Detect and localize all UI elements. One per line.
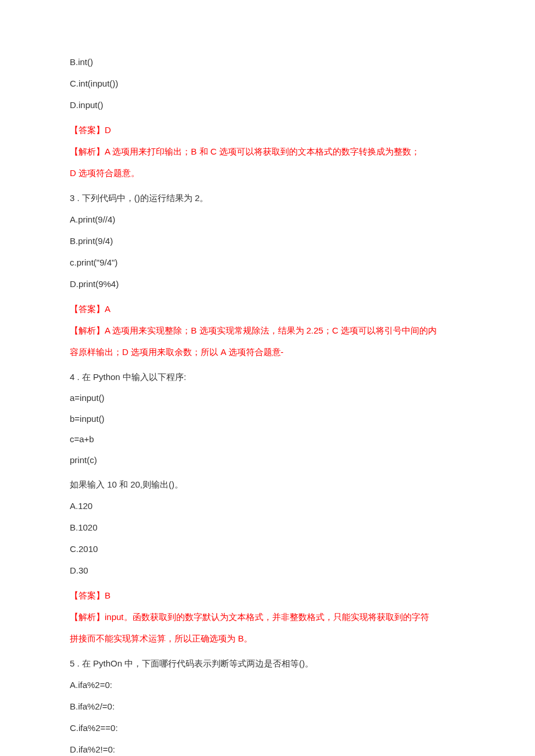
q5-option-d: D.ifa%2!=0: [70, 740, 465, 756]
q2-explanation-line1: 【解析】A 选项用来打印输出；B 和 C 选项可以将获取到的文本格式的数字转换成… [70, 142, 465, 161]
q3-option-d: D.print(9%4) [70, 274, 465, 293]
q4-option-a: A.120 [70, 496, 465, 515]
q4-explanation-line1: 【解析】input。函数获取到的数字默认为文本格式，并非整数格式，只能实现将获取… [70, 607, 465, 626]
q3-stem: 3 . 下列代码中，()的运行结果为 2。 [70, 188, 465, 207]
q3-answer: 【答案】A [70, 299, 465, 318]
q3-explanation-line1: 【解析】A 选项用来实现整除；B 选项实现常规除法，结果为 2.25；C 选项可… [70, 321, 465, 340]
q3-explanation-line2: 容原样输出；D 选项用来取余数；所以 A 选项符合题意- [70, 342, 465, 361]
q3-option-c: c.print("9/4") [70, 253, 465, 272]
q5-stem: 5 . 在 PythOn 中，下面哪行代码表示判断等式两边是否相等()。 [70, 654, 465, 673]
q4-after-code: 如果输入 10 和 20,则输出()。 [70, 475, 465, 494]
q4-answer: 【答案】B [70, 586, 465, 605]
q3-option-b: B.print(9/4) [70, 231, 465, 250]
q4-explanation-line2: 拼接而不能实现算术运算，所以正确选项为 B。 [70, 629, 465, 648]
q3-option-a: A.print(9//4) [70, 210, 465, 229]
q4-stem: 4 . 在 Python 中输入以下程序: [70, 367, 465, 386]
q2-option-c: C.int(input()) [70, 74, 465, 93]
q5-option-c: C.ifa%2==0: [70, 718, 465, 737]
q4-code-line1: a=input() [70, 389, 465, 407]
q5-option-a: A.ifa%2=0: [70, 675, 465, 694]
q2-option-b: B.int() [70, 52, 465, 71]
q4-code-line4: print(c) [70, 451, 465, 470]
q2-option-d: D.input() [70, 95, 465, 114]
q2-explanation-line2: D 选项符合题意。 [70, 163, 465, 182]
q2-answer: 【答案】D [70, 120, 465, 139]
q4-code-line3: c=a+b [70, 430, 465, 449]
q5-option-b: B.ifa%2/=0: [70, 697, 465, 716]
q4-code-line2: b=input() [70, 410, 465, 428]
q4-option-d: D.30 [70, 561, 465, 580]
q4-option-b: B.1020 [70, 518, 465, 537]
q4-option-c: C.2010 [70, 539, 465, 558]
